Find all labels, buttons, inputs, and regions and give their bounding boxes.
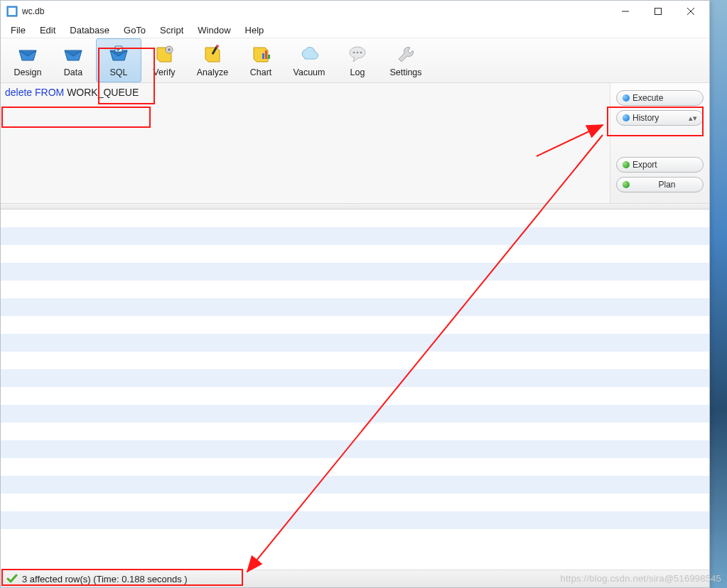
- execute-label: Execute: [631, 93, 703, 103]
- toolbar: Design Data SQL Verify Analyze: [1, 38, 709, 83]
- plan-label: Plan: [631, 180, 703, 190]
- window-controls: [610, 1, 706, 21]
- execute-button[interactable]: Execute: [616, 90, 704, 106]
- export-label: Export: [631, 160, 703, 170]
- toolbar-design[interactable]: Design: [5, 38, 50, 82]
- vacuum-label: Vacuum: [294, 67, 325, 77]
- toolbar-analyze[interactable]: Analyze: [187, 38, 238, 82]
- svg-point-15: [353, 52, 355, 54]
- data-icon: [62, 43, 85, 66]
- sql-keyword: delete FROM: [5, 87, 64, 98]
- menu-window[interactable]: Window: [192, 23, 236, 37]
- cloud-icon: [298, 43, 321, 66]
- close-button[interactable]: [675, 1, 706, 21]
- svg-rect-12: [265, 50, 267, 59]
- minimize-button[interactable]: [610, 1, 641, 21]
- svg-rect-11: [262, 53, 264, 59]
- toolbar-log[interactable]: Log: [335, 38, 380, 82]
- toolbar-settings[interactable]: Settings: [380, 38, 431, 82]
- dot-icon: [623, 161, 630, 168]
- design-label: Design: [14, 67, 42, 77]
- dot-icon: [623, 114, 630, 121]
- menu-help[interactable]: Help: [239, 23, 270, 37]
- menu-file[interactable]: File: [5, 23, 31, 37]
- svg-point-16: [357, 52, 359, 54]
- log-label: Log: [350, 67, 365, 77]
- sql-label: SQL: [109, 67, 127, 77]
- maximize-button[interactable]: [642, 1, 674, 21]
- desktop-bg-strip: [710, 0, 727, 588]
- svg-point-17: [360, 52, 362, 54]
- menu-script[interactable]: Script: [154, 23, 189, 37]
- verify-icon: [153, 43, 176, 66]
- status-text: 3 affected row(s) (Time: 0.188 seconds ): [22, 574, 188, 584]
- svg-rect-1: [9, 8, 16, 15]
- toolbar-chart[interactable]: Chart: [238, 38, 284, 82]
- history-button[interactable]: History ▴▾: [616, 110, 704, 126]
- toolbar-verify[interactable]: Verify: [141, 38, 187, 82]
- app-icon: [6, 6, 18, 17]
- data-label: Data: [64, 67, 82, 77]
- export-button[interactable]: Export: [616, 157, 704, 173]
- menubar: File Edit Database GoTo Script Window He…: [1, 22, 709, 38]
- titlebar: wc.db: [1, 1, 709, 22]
- analyze-label: Analyze: [197, 67, 228, 77]
- sql-icon: [107, 43, 130, 66]
- analyze-icon: [201, 43, 224, 66]
- design-icon: [16, 43, 39, 66]
- sql-identifier: WORK_QUEUE: [64, 87, 139, 98]
- speech-icon: [346, 43, 369, 66]
- sql-editor[interactable]: delete FROM WORK_QUEUE: [1, 83, 610, 203]
- splitter[interactable]: ·····: [1, 204, 709, 209]
- sql-row: delete FROM WORK_QUEUE Execute History ▴…: [1, 83, 709, 204]
- menu-edit[interactable]: Edit: [34, 23, 61, 37]
- check-icon: [6, 573, 18, 584]
- plan-button[interactable]: Plan: [616, 177, 704, 192]
- toolbar-data[interactable]: Data: [50, 38, 96, 82]
- watermark: https://blog.csdn.net/sira@516998545: [561, 573, 721, 584]
- svg-rect-13: [268, 55, 270, 59]
- wrench-icon: [394, 43, 417, 66]
- window-title: wc.db: [22, 6, 610, 16]
- toolbar-vacuum[interactable]: Vacuum: [284, 38, 335, 82]
- side-panel: Execute History ▴▾ Export Plan: [610, 83, 709, 203]
- verify-label: Verify: [153, 67, 175, 77]
- result-grid[interactable]: [1, 209, 709, 570]
- menu-goto[interactable]: GoTo: [118, 23, 151, 37]
- svg-point-10: [216, 45, 219, 48]
- toolbar-sql[interactable]: SQL: [96, 38, 141, 82]
- svg-point-8: [168, 48, 171, 51]
- chart-label: Chart: [250, 67, 272, 77]
- app-window: wc.db File Edit Database GoTo Script Win…: [0, 0, 710, 588]
- menu-database[interactable]: Database: [64, 23, 115, 37]
- svg-rect-3: [655, 9, 662, 15]
- dot-icon: [623, 181, 630, 188]
- settings-label: Settings: [389, 67, 421, 77]
- work-area: delete FROM WORK_QUEUE Execute History ▴…: [1, 83, 709, 587]
- chart-icon: [249, 43, 272, 66]
- dot-icon: [623, 94, 630, 102]
- chevron-updown-icon: ▴▾: [689, 114, 697, 123]
